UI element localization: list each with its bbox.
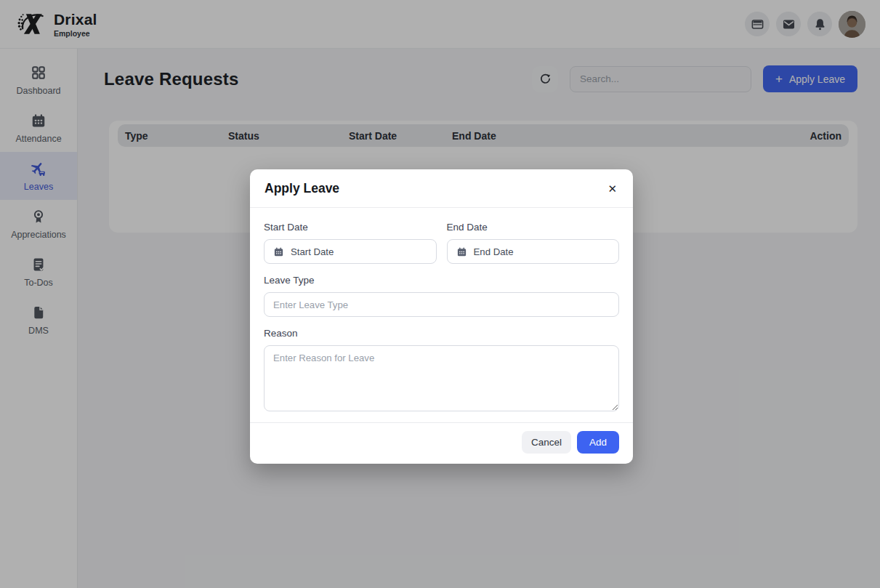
modal-header: Apply Leave ✕ bbox=[250, 169, 633, 208]
reason-label: Reason bbox=[264, 328, 619, 339]
start-date-input[interactable]: Start Date bbox=[264, 239, 437, 264]
reason-textarea[interactable] bbox=[264, 345, 619, 411]
close-icon[interactable]: ✕ bbox=[606, 182, 618, 196]
calendar-icon bbox=[273, 246, 284, 257]
leave-type-input[interactable] bbox=[264, 292, 619, 317]
modal-body: Start Date bbox=[250, 208, 633, 422]
start-date-placeholder: Start Date bbox=[291, 246, 334, 257]
end-date-label: End Date bbox=[447, 222, 620, 233]
calendar-icon bbox=[456, 246, 467, 257]
cancel-button[interactable]: Cancel bbox=[522, 431, 571, 454]
end-date-placeholder: End Date bbox=[474, 246, 514, 257]
end-date-input[interactable]: End Date bbox=[447, 239, 620, 264]
modal-footer: Cancel Add bbox=[250, 422, 633, 464]
modal-title: Apply Leave bbox=[265, 181, 339, 196]
add-button[interactable]: Add bbox=[577, 431, 619, 454]
leave-type-label: Leave Type bbox=[264, 275, 619, 286]
app-root: Drixal Employee bbox=[0, 0, 880, 588]
apply-leave-modal: Apply Leave ✕ Start Date bbox=[250, 169, 633, 464]
start-date-label: Start Date bbox=[264, 222, 437, 233]
